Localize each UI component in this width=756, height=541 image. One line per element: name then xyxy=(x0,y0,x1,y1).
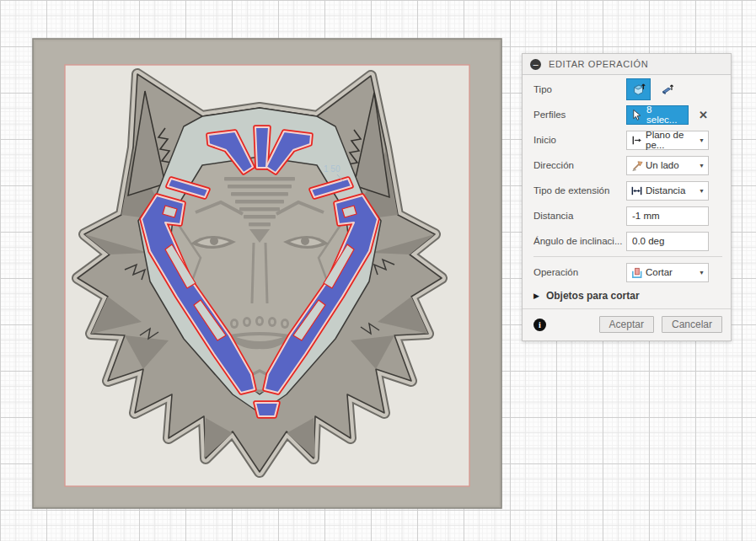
selected-profile-8[interactable] xyxy=(255,403,278,416)
dialog-title: EDITAR OPERACIÓN xyxy=(549,59,648,69)
profile-plane-icon xyxy=(630,134,643,147)
chevron-down-icon: ▼ xyxy=(699,188,705,194)
dialog-footer: i Aceptar Cancelar xyxy=(523,308,731,340)
chevron-down-icon: ▼ xyxy=(699,163,705,169)
extrude-solid-icon xyxy=(631,82,646,97)
operacion-dropdown[interactable]: Cortar ▼ xyxy=(626,263,709,282)
row-distancia: Distancia xyxy=(533,203,722,228)
distance-extent-icon xyxy=(630,185,643,197)
extension-label: Tipo de extensión xyxy=(533,185,626,196)
direction-arrow-icon xyxy=(630,159,643,172)
cancel-button[interactable]: Cancelar xyxy=(662,316,722,333)
chevron-down-icon: ▼ xyxy=(699,270,705,276)
objects-to-cut-label: Objetos para cortar xyxy=(546,290,640,302)
row-extension: Tipo de extensión Distancia ▼ xyxy=(533,178,722,203)
extrude-solid-button[interactable] xyxy=(626,78,651,100)
profiles-selection-button[interactable]: 8 selec... xyxy=(626,105,689,125)
angulo-label: Ángulo de inclinaci... xyxy=(533,236,626,246)
row-inicio: Inicio Plano de pe... ▼ xyxy=(533,127,722,153)
info-icon[interactable]: i xyxy=(533,319,546,331)
operacion-value: Cortar xyxy=(646,267,673,277)
cut-operation-icon xyxy=(630,266,643,279)
direccion-value: Un lado xyxy=(646,160,679,170)
perfiles-label: Perfiles xyxy=(533,110,626,120)
direccion-dropdown[interactable]: Un lado ▼ xyxy=(626,156,709,175)
cursor-icon xyxy=(630,109,643,121)
row-operacion: Operación Cortar ▼ xyxy=(533,260,722,285)
tipo-label: Tipo xyxy=(533,84,626,94)
extension-dropdown[interactable]: Distancia ▼ xyxy=(626,181,709,201)
direccion-label: Dirección xyxy=(533,160,626,170)
clear-selection-icon[interactable]: ✕ xyxy=(699,109,708,121)
edit-operation-dialog: – EDITAR OPERACIÓN Tipo xyxy=(522,53,732,341)
row-angulo: Ángulo de inclinaci... xyxy=(533,228,722,254)
distancia-input[interactable] xyxy=(626,206,709,226)
selected-profile-2[interactable] xyxy=(255,127,269,168)
row-direccion: Dirección Un lado ▼ xyxy=(533,153,722,178)
row-tipo: Tipo xyxy=(533,77,722,102)
inicio-value: Plano de pe... xyxy=(646,130,696,150)
model-canvas[interactable]: 1 50 xyxy=(32,38,502,509)
objects-to-cut-expander[interactable]: ▶ Objetos para cortar xyxy=(533,285,722,307)
collapse-icon[interactable]: – xyxy=(530,59,541,70)
dialog-body: Tipo Perfiles xyxy=(523,75,731,307)
fusion-canvas-page: { "dialog": { "title": "EDITAR OPERACIÓN… xyxy=(0,0,756,541)
inicio-dropdown[interactable]: Plano de pe... ▼ xyxy=(626,131,709,150)
inicio-label: Inicio xyxy=(533,135,626,145)
expand-arrow-icon: ▶ xyxy=(533,292,539,300)
svg-text:1 50: 1 50 xyxy=(324,164,340,174)
extension-value: Distancia xyxy=(646,185,685,196)
operacion-label: Operación xyxy=(533,267,626,277)
distancia-label: Distancia xyxy=(533,211,626,221)
profiles-count: 8 selec... xyxy=(646,104,684,125)
divider xyxy=(533,256,722,257)
angulo-input[interactable] xyxy=(626,232,709,251)
accept-button[interactable]: Aceptar xyxy=(599,316,654,333)
dialog-titlebar[interactable]: – EDITAR OPERACIÓN xyxy=(523,54,731,75)
row-perfiles: Perfiles 8 selec... ✕ xyxy=(533,102,722,127)
chevron-down-icon: ▼ xyxy=(699,137,705,143)
extrude-thin-icon xyxy=(660,82,675,97)
extrude-thin-button[interactable] xyxy=(655,78,679,100)
